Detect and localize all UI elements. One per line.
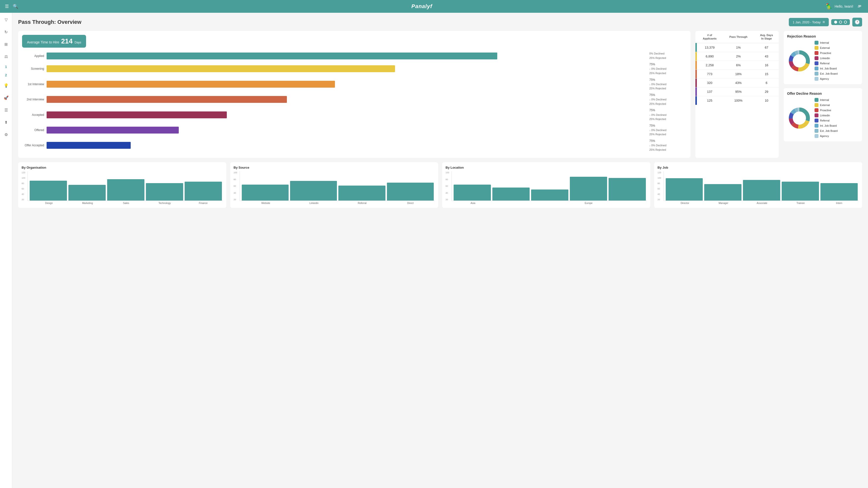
table-row: 77318%15 [695,69,779,78]
applicants-cell: 125 [697,96,722,105]
legend-item: Agency [814,77,838,81]
legend-label: Internal [820,41,829,44]
sidebar-item-1[interactable]: 1 [5,65,7,69]
avg-days-cell: 10 [754,96,779,105]
by-source-chart: By Source 10080604020 WebsiteLinkedinRef… [230,162,438,208]
sidebar-gear-icon[interactable]: ⚙ [2,131,10,139]
pass-through-cell: 100% [722,96,754,105]
radio-option-1[interactable] [834,21,837,24]
legend-label: Internal [820,98,829,102]
legend-label: Int. Job Board [820,67,837,70]
mini-bar-label [532,202,568,204]
legend-label: Linkedin [820,57,830,60]
applicants-cell: 13,379 [697,43,722,52]
legend-item: Linkedin [814,56,838,60]
radio-option-2[interactable] [839,21,842,24]
top-navigation: ☰ 🔍 Panalyf 🦜 Hello, Iwani! JP [0,0,868,13]
y-tick-label: 80 [445,178,449,181]
search-icon[interactable]: 🔍 [13,4,18,9]
rejection-reason-card: Rejection Reason InternalExternalProacti… [784,31,862,84]
legend-label: External [820,104,830,107]
legend-color-dot [814,108,818,112]
y-tick-label: 100 [445,171,449,174]
mini-bar-label [609,202,646,204]
bar-fill [46,65,395,72]
bar-container [46,81,647,88]
mini-bar [666,178,703,201]
main-content: Pass Through: Overview 1 Jan, 2020 - Tod… [12,13,868,488]
sidebar-list-icon[interactable]: ☰ [2,106,10,114]
bar-row: Offered75%↓ 0% Declined25% Rejected [22,123,687,137]
applicants-cell: 773 [697,69,722,78]
legend-label: Proactive [820,109,831,112]
mini-bar-label: Trainee [782,202,819,204]
mini-bar-label: Design [30,202,67,204]
mini-bar [30,181,67,201]
sidebar-item-2[interactable]: 2 [5,73,7,77]
y-tick-label: 100 [234,171,237,174]
user-avatar[interactable]: JP [856,3,863,10]
mini-bar [146,183,183,201]
sidebar-filter-icon[interactable]: ▽ [2,16,10,24]
table-row: 32043%6 [695,78,779,87]
date-range-button[interactable]: 1 Jan, 2020 - Today ≡ [789,18,829,26]
bird-icon: 🦜 [826,3,832,9]
y-tick-label: 20 [658,198,661,201]
hamburger-icon[interactable]: ☰ [5,4,9,9]
legend-color-dot [814,77,818,81]
rejection-legend: InternalExternalProactiveLinkedinReferra… [814,41,838,81]
pass-through-table: # ofApplicants Pass Through Avg. DaysIn … [695,31,779,105]
avg-time-badge: Average Time to Hire 214 Days [22,35,86,48]
y-tick-label: 60 [22,188,25,190]
sidebar-layers-icon[interactable]: ⊞ [2,40,10,48]
legend-label: Linkedin [820,114,830,117]
mini-bar-label: Asia [454,202,491,204]
bar-container [46,96,647,103]
sidebar-refresh-icon[interactable]: ↻ [2,28,10,36]
legend-item: Referral [814,119,838,122]
mini-bar [782,182,819,201]
mini-bar-label [493,202,530,204]
y-tick-label: 120 [658,171,661,174]
legend-color-dot [814,46,818,50]
bar-label: 1st Interview [22,83,46,86]
legend-color-dot [814,66,818,70]
stats-section: Average Time to Hire 214 Days Applied0% … [18,31,862,158]
legend-label: Referral [820,62,830,65]
nav-right: 🦜 Hello, Iwani! JP [826,3,863,10]
mini-bar-label: Associate [743,202,780,204]
by-source-labels: WebsiteLinkedinReferralDirect [240,201,435,204]
sidebar-upload-icon[interactable]: ⬆ [2,118,10,126]
radio-option-3[interactable] [844,21,847,24]
legend-color-dot [814,119,818,122]
by-org-title: By Organisation [22,166,223,169]
legend-item: External [814,103,838,107]
sidebar-balance-icon[interactable]: ⚖ [2,53,10,60]
bar-label: Applied [22,54,46,58]
legend-label: Ext. Job Board [820,72,838,75]
mini-bar-label: Director [666,202,704,204]
clock-button[interactable]: 🕐 [852,18,862,27]
legend-color-dot [814,41,818,45]
sidebar: ▽ ↻ ⊞ ⚖ 1 2 💡 🚀 ☰ ⬆ ⚙ [0,13,12,488]
mini-bar-label: Europe [570,202,607,204]
sidebar-bulb-icon[interactable]: 💡 [2,82,10,89]
mini-bar [492,188,530,201]
y-tick-label: 120 [22,171,25,174]
mini-bar [107,179,145,201]
bar-meta: 75%↓ 0% Declined25% Rejected [647,62,687,75]
y-tick-label: 60 [234,185,237,187]
offer-decline-title: Offer Decline Reason [787,91,859,95]
sidebar-rocket-icon[interactable]: 🚀 [2,94,10,102]
by-org-y-axis: 12010080604020 [22,171,25,201]
y-tick-label: 80 [234,178,237,181]
bar-row: Screening75%↓ 0% Declined25% Rejected [22,62,687,75]
mini-bar-label: Manager [705,202,742,204]
by-source-bars [240,171,435,201]
legend-color-dot [814,61,818,65]
y-tick-label: 40 [234,192,237,194]
avg-days-cell: 67 [754,43,779,52]
y-tick-label: 100 [22,177,25,179]
by-org-wrapper: 12010080604020 DesignMarketingSalesTechn… [22,171,223,204]
avg-days-cell: 15 [754,69,779,78]
